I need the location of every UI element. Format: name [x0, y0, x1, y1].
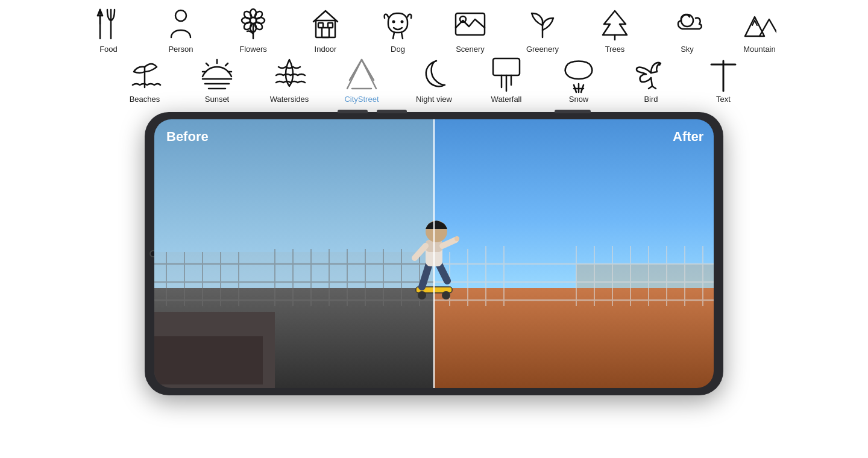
svg-text:Before: Before [166, 129, 209, 144]
mountain-icon [741, 6, 778, 42]
mountain-label: Mountain [743, 45, 775, 54]
watersides-icon [271, 56, 307, 92]
svg-rect-58 [434, 119, 714, 288]
svg-line-33 [225, 63, 228, 66]
phone-screen: Before After [154, 119, 714, 388]
svg-point-48 [658, 63, 661, 66]
phone-wrapper: Before After [0, 112, 868, 395]
icon-item-dog[interactable]: Dog [362, 6, 434, 54]
nightview-icon [416, 56, 452, 92]
text-label: Text [716, 95, 731, 104]
icon-item-bird[interactable]: Bird [615, 56, 687, 104]
icon-item-snow[interactable]: Snow [542, 56, 615, 104]
svg-point-102 [454, 236, 459, 241]
flowers-icon [235, 6, 271, 42]
svg-rect-20 [328, 23, 333, 28]
beaches-icon [127, 56, 163, 92]
person-label: Person [168, 45, 193, 54]
icon-item-sunset[interactable]: Sunset [181, 56, 253, 104]
citystreet-label: CityStreet [344, 95, 379, 104]
svg-text:After: After [673, 129, 704, 144]
icons-section: Food Person [0, 0, 868, 106]
icon-row-1: Food Person [72, 6, 796, 54]
greenery-label: Greenery [526, 45, 559, 54]
power-button [555, 110, 591, 113]
svg-line-25 [401, 33, 403, 39]
watersides-label: Watersides [270, 95, 309, 104]
icon-item-text[interactable]: Text [687, 56, 760, 104]
svg-rect-18 [322, 28, 329, 37]
svg-rect-40 [493, 58, 520, 75]
indoor-icon [307, 6, 344, 42]
icon-item-indoor[interactable]: Indoor [289, 6, 362, 54]
scenery-icon [452, 6, 488, 42]
icon-item-greenery[interactable]: Greenery [506, 6, 579, 54]
icon-item-beaches[interactable]: Beaches [108, 56, 181, 104]
beaches-label: Beaches [130, 95, 160, 104]
sky-label: Sky [681, 45, 694, 54]
svg-rect-60 [576, 264, 714, 288]
svg-rect-59 [434, 288, 714, 388]
icon-item-watersides[interactable]: Watersides [253, 56, 326, 104]
svg-point-95 [442, 291, 450, 300]
trees-icon [597, 6, 633, 42]
waterfall-icon [488, 56, 524, 92]
icon-row-2: Beaches Sunset [108, 56, 760, 104]
volume-button-2 [377, 110, 407, 113]
icon-item-person[interactable]: Person [145, 6, 217, 54]
person-icon [163, 6, 199, 42]
trees-label: Trees [605, 45, 625, 54]
icon-item-scenery[interactable]: Scenery [434, 6, 506, 54]
phone-device: Before After [145, 112, 723, 395]
dog-label: Dog [391, 45, 405, 54]
svg-line-32 [206, 63, 209, 66]
volume-button-1 [338, 110, 368, 113]
snow-icon [561, 56, 597, 92]
dog-icon [380, 6, 416, 42]
svg-point-23 [401, 20, 404, 24]
icon-item-trees[interactable]: Trees [579, 6, 651, 54]
scenery-label: Scenery [456, 45, 485, 54]
icon-item-food[interactable]: Food [72, 6, 145, 54]
snow-label: Snow [569, 95, 589, 104]
flowers-label: Flowers [239, 45, 267, 54]
bird-icon [633, 56, 669, 92]
icon-item-citystreet[interactable]: CityStreet [326, 56, 398, 104]
text-icon [705, 56, 741, 92]
nightview-label: Night view [416, 95, 452, 104]
icon-item-flowers[interactable]: Flowers [217, 6, 289, 54]
indoor-label: Indoor [315, 45, 337, 54]
waterfall-label: Waterfall [491, 95, 522, 104]
svg-rect-19 [318, 23, 323, 28]
bird-label: Bird [644, 95, 658, 104]
sky-icon [669, 6, 705, 42]
sunset-label: Sunset [205, 95, 229, 104]
sunset-icon [199, 56, 235, 92]
food-icon [90, 6, 127, 42]
greenery-icon [524, 6, 561, 42]
svg-point-22 [392, 20, 395, 24]
svg-line-24 [393, 33, 394, 39]
svg-rect-57 [154, 336, 263, 384]
svg-point-6 [175, 10, 186, 21]
icon-item-mountain[interactable]: Mountain [723, 6, 796, 54]
food-label: Food [99, 45, 118, 54]
icon-item-sky[interactable]: Sky [651, 6, 723, 54]
citystreet-icon [344, 56, 380, 92]
icon-item-nightview[interactable]: Night view [398, 56, 470, 104]
svg-point-94 [418, 291, 426, 300]
icon-item-waterfall[interactable]: Waterfall [470, 56, 542, 104]
